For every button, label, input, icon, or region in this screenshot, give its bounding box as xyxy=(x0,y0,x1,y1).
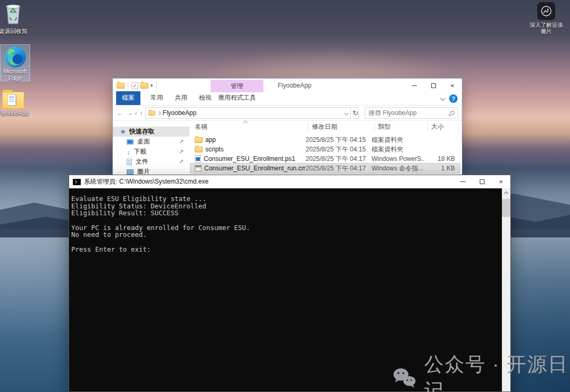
photo-icon xyxy=(540,5,553,17)
tab-file[interactable]: 檔案 xyxy=(116,91,140,105)
sidebar-item-quick-access[interactable]: ★ 快速存取 xyxy=(113,127,189,137)
ribbon-expand-chevron-icon[interactable] xyxy=(440,95,445,101)
terminal-line xyxy=(71,217,502,224)
help-icon[interactable]: ? xyxy=(449,94,458,103)
tab-app-tools[interactable]: 應用程式工具 xyxy=(211,91,263,105)
terminal-line: Eligibility Status: DeviceEnrolled xyxy=(71,203,502,210)
cmd-maximize-button[interactable] xyxy=(472,175,491,188)
edge-logo-icon xyxy=(5,46,26,68)
download-arrow-icon: ↓ xyxy=(127,148,130,156)
recycle-bin-label: 資源回收筒 xyxy=(0,28,33,35)
explorer-window: ✓ ▾ 管理 FlyoobeApp × 檔案 常用 共用 檢視 應用程式工具 ?… xyxy=(112,78,462,176)
explorer-minimize-button[interactable] xyxy=(405,79,424,92)
breadcrumb-folder-icon xyxy=(148,110,155,115)
sidebar-item-label: 桌面 xyxy=(137,137,150,146)
file-row-app[interactable]: app 2025/8/25 下午 04:15 檔案資料夾 xyxy=(191,135,460,145)
qat-properties-icon[interactable]: ✓ xyxy=(131,82,138,89)
cmd-minimize-button[interactable] xyxy=(453,175,472,188)
recent-locations-chevron-icon[interactable] xyxy=(135,111,138,114)
sidebar-item-downloads[interactable]: ↓ 下載 xyxy=(113,147,189,157)
recycle-bin-icon xyxy=(3,2,24,25)
sidebar-item-desktop[interactable]: 桌面 xyxy=(113,137,189,147)
desktop-icon-flyoobe-app[interactable]: FlyoobeApp xyxy=(0,88,33,117)
terminal-line: Your PC is already enrolled for Consumer… xyxy=(71,224,502,232)
breadcrumb-chevron-icon[interactable] xyxy=(157,111,161,114)
scrollbar-up-arrow-icon[interactable] xyxy=(504,192,508,196)
document-icon xyxy=(127,159,132,165)
forward-button[interactable]: → xyxy=(126,109,133,117)
up-button[interactable]: ↑ xyxy=(139,109,144,117)
explorer-maximize-button[interactable] xyxy=(424,79,443,92)
cmd-file-icon xyxy=(195,165,202,171)
search-box[interactable] xyxy=(365,107,458,119)
tab-home[interactable]: 常用 xyxy=(145,91,169,105)
wechat-icon xyxy=(392,366,417,390)
edge-label: Microsoft Edge xyxy=(1,68,30,82)
refresh-button[interactable]: ↻ xyxy=(353,107,359,119)
address-dropdown-chevron-icon[interactable] xyxy=(345,111,349,115)
file-size: 18 KB xyxy=(424,155,455,162)
pin-icon xyxy=(179,139,184,144)
qat-customize-caret-icon[interactable]: ▾ xyxy=(150,83,153,88)
file-date: 2025/8/25 下午 04:17 xyxy=(306,164,372,173)
terminal-line: Press Enter to exit: xyxy=(71,246,502,253)
back-button[interactable]: ← xyxy=(117,109,124,117)
qat-new-folder-icon[interactable] xyxy=(140,83,148,89)
file-type: Windows 命令指... xyxy=(372,164,424,173)
file-type: Windows PowerS... xyxy=(372,155,424,162)
desktop-icon-recycle-bin[interactable]: 資源回收筒 xyxy=(0,2,33,35)
file-size: 1 KB xyxy=(424,165,455,172)
breadcrumb[interactable]: FlyoobeApp xyxy=(163,109,196,117)
terminal-line: Eligibility Result: SUCCESS xyxy=(71,209,502,217)
quick-access-label: 快速存取 xyxy=(129,127,155,136)
cmd-window-title: 系統管理員: C:\Windows\System32\cmd.exe xyxy=(84,177,208,186)
column-header-size[interactable]: 大小 xyxy=(431,121,458,133)
terminal-line: Evaluate ESU Eligibility state ... xyxy=(71,195,502,203)
pin-icon xyxy=(179,149,184,154)
column-header-date[interactable]: 修改日期 xyxy=(312,121,374,133)
desktop-icon-microsoft-edge[interactable]: Microsoft Edge xyxy=(0,44,30,81)
explorer-titlebar[interactable]: ✓ ▾ 管理 FlyoobeApp × xyxy=(113,79,462,92)
explorer-sidebar: ★ 快速存取 桌面 ↓ 下載 文件 圖片 xyxy=(113,121,189,176)
cmd-titlebar[interactable]: 系統管理員: C:\Windows\System32\cmd.exe × xyxy=(69,175,510,188)
file-row-cmd-selected[interactable]: Consumer_ESU_Enrollment_run.cmd 2025/8/2… xyxy=(191,164,460,173)
explorer-window-title: FlyoobeApp xyxy=(278,82,311,89)
search-icon xyxy=(450,111,454,115)
cmd-close-button[interactable]: × xyxy=(491,175,510,188)
folder-icon xyxy=(195,137,203,143)
file-name: app xyxy=(205,136,216,144)
file-row-scripts[interactable]: scripts 2025/8/25 下午 04:15 檔案資料夾 xyxy=(191,145,460,154)
file-date: 2025/8/25 下午 04:15 xyxy=(306,145,372,154)
pictures-icon xyxy=(127,169,134,175)
ribbon-tab-bar: 檔案 常用 共用 檢視 應用程式工具 ? xyxy=(113,92,462,106)
watermark: 公众号 · 开源日记 xyxy=(392,351,570,392)
folder-icon xyxy=(195,147,203,152)
address-input[interactable]: FlyoobeApp xyxy=(145,107,351,119)
flyoobe-folder-icon xyxy=(2,92,24,109)
tab-share[interactable]: 共用 xyxy=(169,91,193,105)
terminal-line: No need to proceed. xyxy=(71,231,502,238)
file-type: 檔案資料夾 xyxy=(372,145,424,154)
contextual-tab-manage[interactable]: 管理 xyxy=(211,80,263,92)
qat-folder-icon[interactable] xyxy=(117,83,125,89)
column-header-name[interactable]: 名稱 xyxy=(195,121,306,133)
search-input[interactable] xyxy=(368,109,450,117)
quick-access-toolbar: ✓ ▾ xyxy=(113,82,158,89)
spotlight-label: 深入了解這張圖片 xyxy=(528,22,565,34)
file-name: Consumer_ESU_Enrollment_run.cmd xyxy=(204,165,306,172)
sidebar-item-label: 文件 xyxy=(136,157,148,166)
pin-icon xyxy=(179,159,184,164)
sidebar-item-documents[interactable]: 文件 xyxy=(113,157,189,167)
terminal-line xyxy=(71,238,502,246)
explorer-close-button[interactable]: × xyxy=(443,79,462,92)
column-header-type[interactable]: 類型 xyxy=(378,121,426,133)
cmd-app-icon xyxy=(73,179,81,185)
file-date: 2025/8/25 下午 04:15 xyxy=(306,136,372,145)
file-name: Consumer_ESU_Enrollment.ps1 xyxy=(204,155,295,162)
desktop-icon-spotlight[interactable]: 深入了解這張圖片 xyxy=(528,2,565,34)
file-row-ps1[interactable]: Consumer_ESU_Enrollment.ps1 2025/8/25 下午… xyxy=(191,154,460,164)
scrollbar-thumb[interactable] xyxy=(502,199,510,217)
file-name: scripts xyxy=(205,146,224,153)
powershell-file-icon xyxy=(195,155,201,162)
spotlight-tile xyxy=(537,2,555,20)
